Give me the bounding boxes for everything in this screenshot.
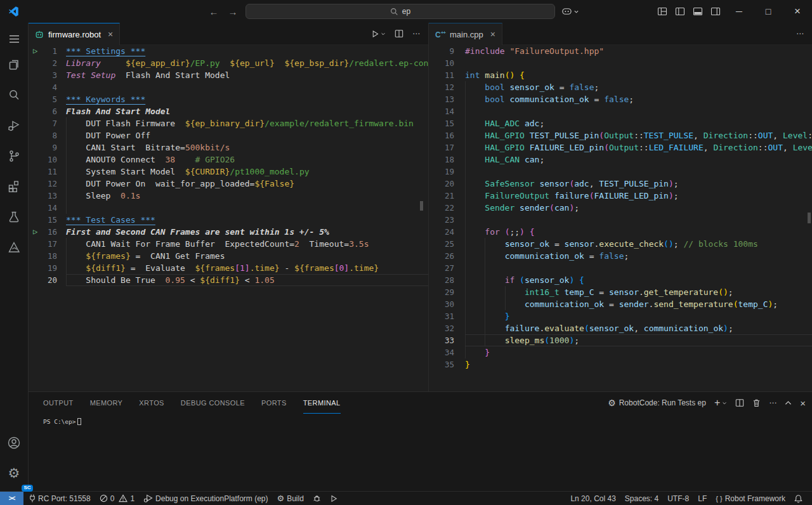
line-number: 9 xyxy=(52,141,57,154)
line-number: 6 xyxy=(52,105,57,117)
line-number: 33 xyxy=(445,334,454,346)
code-line: 2Library ${ep_app_dir}/EP.py ${ep_url} $… xyxy=(29,57,428,69)
code-line: 20 SafeSensor sensor(adc, TEST_PULSE_pin… xyxy=(429,178,812,190)
search-sidebar-icon[interactable] xyxy=(0,80,29,110)
terminal-viewport[interactable]: PS C:\ep> xyxy=(29,414,812,425)
panel-tab-debug-console[interactable]: DEBUG CONSOLE xyxy=(181,392,245,414)
split-editor-icon[interactable] xyxy=(395,29,403,38)
code-text: for (;;) { xyxy=(465,226,535,238)
kill-terminal-icon[interactable] xyxy=(752,398,761,407)
more-actions-icon[interactable]: ⋯ xyxy=(412,29,421,38)
editor-group-left: firmware.robot × ⋯ ▷1*** Settings ***2Li… xyxy=(29,23,429,391)
plug-icon xyxy=(29,494,36,502)
code-text: ${frames} = CAN1 Get Frames xyxy=(66,250,225,262)
scrollbar-decoration[interactable] xyxy=(420,201,423,211)
explorer-icon[interactable] xyxy=(0,49,29,80)
code-text: Test Setup Flash And Start Model xyxy=(66,69,230,81)
rc-port-status[interactable]: RC Port: 51558 xyxy=(25,494,95,503)
accounts-icon[interactable] xyxy=(0,428,29,458)
search-value: ep xyxy=(402,7,410,16)
debug-status[interactable]: Debug on ExecutionPlatform (ep) xyxy=(139,494,272,503)
gutter: 19 xyxy=(429,166,465,178)
gutter: 5 xyxy=(29,93,66,105)
code-line: 17 HAL_GPIO FAILURE_LED_pin(Output::LED_… xyxy=(429,141,812,154)
notifications-bell[interactable] xyxy=(790,494,807,503)
gutter: 35 xyxy=(429,358,465,371)
code-line: 5*** Keywords *** xyxy=(29,93,428,105)
close-button[interactable]: × xyxy=(783,0,812,23)
problems-status[interactable]: 0 1 xyxy=(95,494,139,503)
new-terminal-icon[interactable]: + xyxy=(714,398,727,408)
remote-indicator[interactable]: >< xyxy=(0,492,23,505)
line-number: 11 xyxy=(445,69,454,81)
tab-close-icon[interactable]: × xyxy=(108,29,113,39)
code-line: 19 ${diff1} = Evaluate ${frames[1].time}… xyxy=(29,262,428,274)
toggle-primary-sidebar-icon[interactable] xyxy=(671,0,689,23)
code-line: 10 xyxy=(429,57,812,69)
line-number: 17 xyxy=(48,238,57,250)
code-line: 10 ANOUT0 Connect 38 # GPIO26 xyxy=(29,154,428,166)
maximize-panel-icon[interactable] xyxy=(785,400,792,405)
run-test-gutter-icon[interactable]: ▷ xyxy=(33,226,37,238)
code-text: Flash And Start Model xyxy=(66,105,170,117)
tab-firmware-robot[interactable]: firmware.robot × xyxy=(29,23,120,45)
line-number: 4 xyxy=(52,81,57,93)
line-number: 13 xyxy=(48,190,57,202)
minimize-button[interactable]: ─ xyxy=(724,0,754,23)
panel-tab-output[interactable]: OUTPUT xyxy=(43,392,74,414)
encoding-status[interactable]: UTF-8 xyxy=(663,494,693,503)
terminal-launch-profile[interactable]: ⚙ RobotCode: Run Tests ep xyxy=(608,398,706,407)
maximize-button[interactable]: □ xyxy=(754,0,783,23)
panel-tab-ports[interactable]: PORTS xyxy=(261,392,287,414)
build-task-status[interactable]: ⚙ Build xyxy=(273,494,308,503)
cursor-position-status[interactable]: Ln 20, Col 43 xyxy=(566,494,620,503)
split-terminal-icon[interactable] xyxy=(735,398,744,407)
debug-bug-status[interactable] xyxy=(308,494,325,502)
run-task-status[interactable] xyxy=(325,495,342,502)
scrollbar-decoration[interactable] xyxy=(808,213,811,223)
tab-bar-left: firmware.robot × ⋯ xyxy=(29,23,428,45)
language-mode-status[interactable]: { } Robot Framework xyxy=(711,494,790,503)
line-number: 32 xyxy=(445,322,454,334)
run-and-debug-icon[interactable] xyxy=(0,110,29,141)
search-input[interactable]: ep xyxy=(246,4,555,19)
extensions-icon[interactable] xyxy=(0,171,29,202)
run-test-gutter-icon[interactable]: ▷ xyxy=(33,45,37,57)
forward-arrow-icon[interactable]: → xyxy=(226,6,239,17)
panel-more-actions-icon[interactable]: ⋯ xyxy=(769,398,776,407)
line-number: 16 xyxy=(48,226,57,238)
toggle-panel-icon[interactable] xyxy=(689,0,707,23)
code-editor-robot[interactable]: ▷1*** Settings ***2Library ${ep_app_dir}… xyxy=(29,45,428,391)
line-number: 12 xyxy=(445,81,454,93)
code-line: 11 System Start Model ${CURDIR}/pt1000_m… xyxy=(29,166,428,178)
panel-tab-memory[interactable]: MEMORY xyxy=(90,392,123,414)
menu-icon[interactable] xyxy=(0,28,29,49)
back-arrow-icon[interactable]: ← xyxy=(207,6,220,17)
testing-icon[interactable] xyxy=(0,202,29,232)
code-text: First and Second CAN Frames are sent wit… xyxy=(66,226,329,238)
customize-layout-icon[interactable] xyxy=(653,0,671,23)
line-number: 22 xyxy=(445,202,454,214)
toggle-secondary-sidebar-icon[interactable] xyxy=(707,0,724,23)
panel-tab-xrtos[interactable]: XRTOS xyxy=(139,392,164,414)
more-actions-icon[interactable]: ⋯ xyxy=(796,29,804,38)
settings-gear-icon[interactable]: ⚙SC xyxy=(0,458,29,489)
gutter: 20 xyxy=(429,178,465,190)
robot-framework-icon[interactable] xyxy=(0,232,29,263)
indentation-status[interactable]: Spaces: 4 xyxy=(620,494,663,503)
panel-tab-strip: OUTPUTMEMORYXRTOSDEBUG CONSOLEPORTSTERMI… xyxy=(43,392,357,414)
panel-tab-terminal[interactable]: TERMINAL xyxy=(303,392,341,414)
code-editor-cpp[interactable]: 9#include "FailureOutput.hpp"1011int mai… xyxy=(429,45,812,391)
code-line: 23 xyxy=(429,214,812,226)
source-control-icon[interactable] xyxy=(0,141,29,171)
run-file-button[interactable] xyxy=(371,30,386,38)
tab-close-icon[interactable]: × xyxy=(490,29,495,39)
gutter: 16 xyxy=(429,129,465,141)
code-text: Sender sender(can); xyxy=(465,202,579,214)
code-text: *** Settings *** xyxy=(66,45,145,57)
close-panel-icon[interactable]: × xyxy=(800,398,806,409)
code-text: Sleep 0.1s xyxy=(66,190,140,202)
copilot-icon[interactable] xyxy=(561,7,579,16)
tab-main-cpp[interactable]: C++ main.cpp × xyxy=(429,23,502,45)
eol-status[interactable]: LF xyxy=(693,494,711,503)
